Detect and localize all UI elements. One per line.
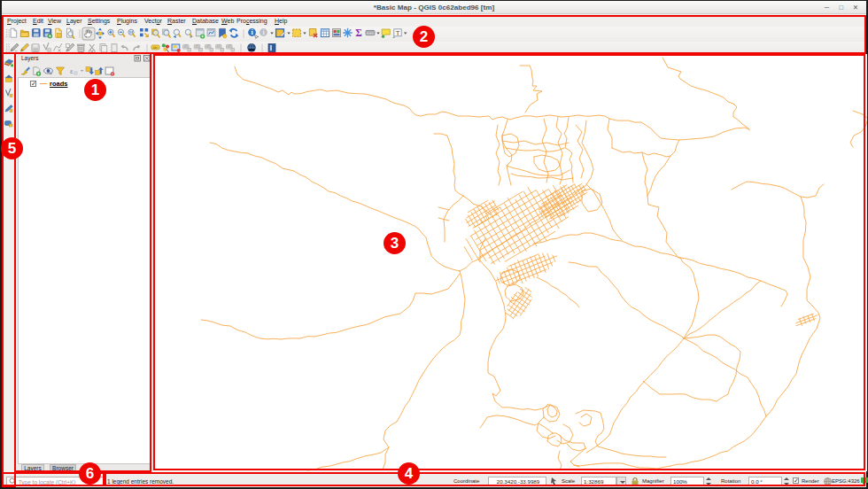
svg-text:Σ: Σ xyxy=(355,27,362,38)
svg-text:T: T xyxy=(396,29,400,37)
svg-text:ε: ε xyxy=(70,66,74,75)
svg-text:abc: abc xyxy=(153,46,159,50)
